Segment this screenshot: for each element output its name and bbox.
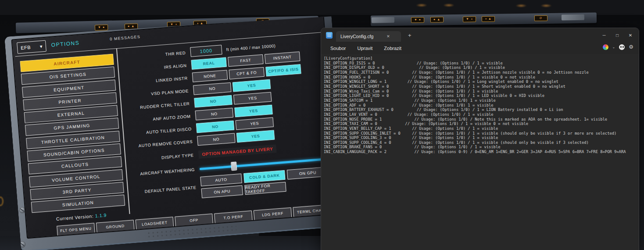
thr-red-input[interactable]	[190, 45, 222, 57]
menubar-icons: ⌄ ⚙	[603, 44, 633, 50]
indicator-badge: ◑ ▲	[482, 16, 495, 22]
panel-glow	[515, 4, 527, 7]
setting-label: AUTO REMOVE COVERS	[125, 139, 197, 149]
account-icon[interactable]	[619, 44, 625, 50]
indicator-badge: ⊙	[534, 15, 547, 21]
notepad-editor[interactable]: [LiveryConfiguration] INI_OPTION_FO_ISIS…	[321, 54, 639, 250]
option-instant[interactable]: INSTANT	[265, 51, 300, 64]
close-button[interactable]: ✕	[624, 28, 637, 42]
setting-label: ANF AUTO ZOOM	[122, 113, 195, 124]
option-no[interactable]: NO	[194, 95, 232, 108]
option-cpt-fo-isis[interactable]: CPT/FO & ISIS	[265, 64, 301, 76]
option-no[interactable]: NO	[196, 121, 234, 133]
panel-slider	[372, 17, 394, 23]
setting-label: AIRCRAFT WEATHERING	[127, 167, 200, 177]
thr-red-hint: ft (min 400 / max 10000)	[226, 43, 275, 52]
window-controls: ─ □ ✕	[597, 28, 637, 42]
aircraft-options-panel: THR RED ft (min 400 / max 10000) IRS ALI…	[117, 32, 337, 214]
new-tab-button[interactable]: +	[405, 32, 414, 39]
efb-sidebar: AIRCRAFT OIS SETTINGS EQUIPMENT PRINTER …	[20, 54, 125, 215]
setting-label: VSD PLAN MODE	[121, 88, 193, 98]
panel-glow	[540, 4, 552, 7]
livery-managed-notice: OPTION MANAGED BY LIVERY	[198, 144, 277, 159]
menu-upravit[interactable]: Upravit	[353, 44, 376, 52]
option-no[interactable]: NO	[197, 133, 235, 146]
tab-close-icon[interactable]: ✕	[385, 33, 392, 39]
menu-zobrazit[interactable]: Zobrazit	[380, 44, 405, 52]
option-on-apu[interactable]: ON APU	[201, 186, 243, 198]
efb-mode-dropdown[interactable]: EFB ▾	[17, 40, 47, 54]
indicator-badge: ▼ ●	[411, 17, 424, 23]
option-ready-for-takeoff[interactable]: READY FOR TAKEOFF	[244, 182, 286, 195]
tab-liveryconfig[interactable]: LiveryConfig.cfg ✕	[336, 31, 401, 42]
messages-counter: 0 MESSAGES	[110, 35, 141, 41]
setting-label: AUTO TILLER DISCO	[124, 126, 197, 136]
option-yes[interactable]: YES	[236, 118, 274, 130]
version-text: Current Version: 1.1.9	[56, 212, 107, 221]
option-fast[interactable]: FAST	[228, 54, 263, 67]
option-cpt-fo[interactable]: CPT & FO	[229, 67, 264, 79]
setting-label: IRS ALIGN	[118, 62, 191, 73]
efb-screen: EFB ▾ OPTIONS 0 MESSAGES AIRCRAFT OIS SE…	[11, 15, 340, 239]
settings-gear-icon[interactable]: ⚙	[629, 44, 633, 50]
maximize-button[interactable]: □	[611, 28, 624, 42]
minimize-button[interactable]: ─	[597, 28, 611, 42]
option-cold-and-dark[interactable]: COLD & DARK	[243, 170, 285, 183]
version-number: 1.1.9	[95, 212, 107, 218]
chevron-down-icon[interactable]: ⌄	[612, 45, 615, 49]
tab-title: LiveryConfig.cfg	[340, 34, 373, 39]
page-title: OPTIONS	[51, 40, 79, 48]
option-none[interactable]: NONE	[192, 70, 228, 82]
config-text[interactable]: [LiveryConfiguration] INI_OPTION_FO_ISIS…	[324, 56, 639, 154]
panel-glow	[443, 4, 454, 7]
notepad-titlebar[interactable]: LiveryConfig.cfg ✕ + ─ □ ✕	[321, 28, 639, 42]
option-yes[interactable]: YES	[233, 92, 272, 105]
side-panel-detail	[0, 196, 4, 206]
indicator-badge: ▼ ●	[95, 25, 108, 31]
setting-label: LINKED INSTR	[120, 75, 193, 86]
option-yes[interactable]: YES	[236, 130, 275, 143]
option-yes[interactable]: YES	[234, 105, 272, 118]
efb-mode-label: EFB	[21, 44, 31, 50]
overhead-panel-shadow	[0, 0, 644, 15]
copilot-icon[interactable]	[603, 44, 608, 50]
panel-glow	[416, 4, 427, 7]
slider-handle[interactable]	[231, 161, 237, 171]
notepad-app-icon	[326, 32, 333, 39]
chevron-down-icon: ▾	[39, 43, 43, 49]
indicator-badge: ● ▲	[125, 24, 138, 30]
efb-content: AIRCRAFT OIS SETTINGS EQUIPMENT PRINTER …	[15, 32, 339, 238]
setting-label: THR RED	[118, 50, 190, 60]
indicator-badge: ● ▲	[430, 17, 444, 22]
setting-label: RUDDER CTRL TILLER	[122, 100, 194, 111]
cockpit-scene: ▼ ● ● ▲ ▼ ◑ ◑ ▲ ⊙ ▼ ● ● ▲ ▼ ◑ ◑ ▲ ⊙ EFB	[0, 0, 644, 250]
option-no[interactable]: NO	[195, 108, 233, 121]
option-auto[interactable]: AUTO	[200, 174, 242, 186]
indicator-badge: ▼ ◑	[463, 16, 476, 22]
option-yes[interactable]: YES	[233, 79, 271, 92]
setting-label: DEFAULT PANEL STATE	[128, 185, 201, 195]
notepad-menubar: Soubor Upravit Zobrazit	[321, 42, 639, 54]
menu-soubor[interactable]: Soubor	[326, 44, 350, 52]
option-no[interactable]: NO	[193, 82, 231, 95]
option-real[interactable]: REAL	[191, 57, 226, 70]
notepad-window: LiveryConfig.cfg ✕ + ─ □ ✕ Soubor Upravi…	[321, 28, 639, 250]
efb-tablet: EFB ▾ OPTIONS 0 MESSAGES AIRCRAFT OIS SE…	[4, 11, 348, 250]
setting-label: DISPLAY TYPE	[125, 152, 198, 163]
panel-slider	[562, 14, 584, 21]
